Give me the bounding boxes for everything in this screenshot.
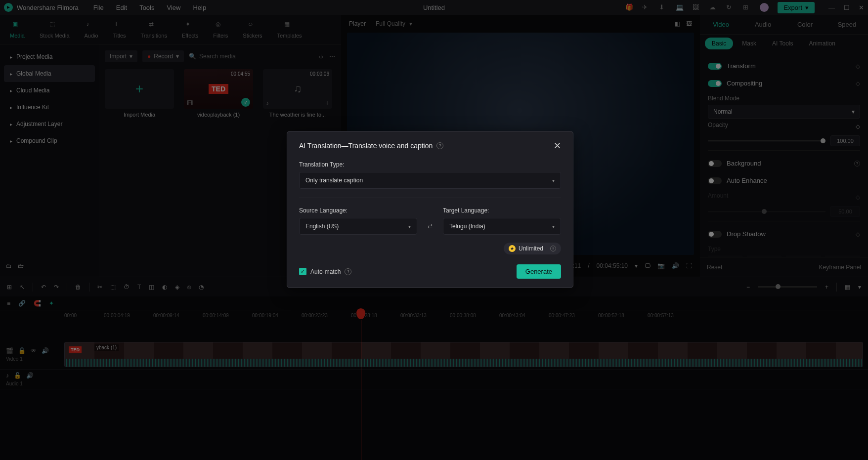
grid-view-icon[interactable]: ▦ xyxy=(845,284,850,291)
tab-color[interactable]: Color xyxy=(784,16,826,33)
display-icon[interactable]: 🖵 xyxy=(645,262,651,269)
apps-icon[interactable]: ⊞ xyxy=(743,3,751,11)
translation-type-select[interactable]: Only translate caption▾ xyxy=(299,172,561,189)
swap-languages-icon[interactable]: ⇄ xyxy=(423,219,437,233)
video-clip[interactable]: TED yback (1) xyxy=(64,342,863,367)
minimize-icon[interactable]: — xyxy=(828,4,835,11)
media-item-video[interactable]: TED 00:04:55 🎞 ✓ videoplayback (1) xyxy=(184,69,253,118)
prop-auto-enhance[interactable]: Auto Enhance xyxy=(708,172,860,189)
close-icon[interactable]: ✕ xyxy=(554,140,561,151)
keyframe-icon[interactable]: ◇ xyxy=(856,123,860,130)
sidebar-compound-clip[interactable]: ▸Compound Clip xyxy=(4,132,95,149)
menu-tools[interactable]: Tools xyxy=(139,4,154,11)
add-icon[interactable]: + xyxy=(325,99,329,107)
download-icon[interactable]: ⬇ xyxy=(659,3,667,11)
search-input[interactable] xyxy=(199,53,249,60)
link-icon[interactable]: 🔗 xyxy=(18,300,26,307)
menu-edit[interactable]: Edit xyxy=(116,4,127,11)
volume-icon[interactable]: 🔊 xyxy=(672,262,679,269)
auto-enhance-toggle[interactable] xyxy=(708,177,722,184)
media-item-audio[interactable]: ♫ 00:00:06 ♪ + The weather is fine to... xyxy=(263,69,332,118)
menu-help[interactable]: Help xyxy=(193,4,206,11)
mute-icon[interactable]: 🔊 xyxy=(26,372,34,379)
lock-icon[interactable]: 🔓 xyxy=(14,372,21,379)
snapshot-mode-icon[interactable]: 🖼 xyxy=(686,20,692,27)
tab-transitions[interactable]: ⇄Transitions xyxy=(141,21,167,39)
menu-view[interactable]: View xyxy=(167,4,180,11)
import-button[interactable]: Import▾ xyxy=(105,50,137,62)
tab-video[interactable]: Video xyxy=(700,16,742,33)
zoom-in-icon[interactable]: + xyxy=(825,284,828,291)
text-icon[interactable]: T xyxy=(137,284,141,291)
align-icon[interactable]: ≡ xyxy=(7,300,10,307)
menu-file[interactable]: File xyxy=(93,4,104,11)
gift-icon[interactable]: 🎁 xyxy=(625,3,633,11)
export-button[interactable]: Export▾ xyxy=(778,2,815,13)
help-icon[interactable]: ? xyxy=(854,161,860,167)
detach-icon[interactable]: ⎋ xyxy=(187,284,191,291)
cloud-icon[interactable]: ☁ xyxy=(709,3,717,11)
drop-shadow-toggle[interactable] xyxy=(708,231,722,238)
prop-transform[interactable]: Transform◇ xyxy=(708,57,860,75)
zoom-out-icon[interactable]: − xyxy=(746,284,750,291)
mute-icon[interactable]: 🔊 xyxy=(42,347,49,354)
subtab-animation[interactable]: Animation xyxy=(802,38,842,49)
keyframe-icon[interactable]: ◇ xyxy=(856,63,860,70)
subtab-ai-tools[interactable]: AI Tools xyxy=(765,38,800,49)
crop-icon[interactable]: ⬚ xyxy=(110,284,116,291)
zoom-slider[interactable] xyxy=(758,286,817,288)
record-button[interactable]: ●Record▾ xyxy=(142,50,184,62)
sidebar-project-media[interactable]: ▸Project Media xyxy=(4,48,95,65)
opacity-slider[interactable] xyxy=(708,140,825,142)
keyframe-tool-icon[interactable]: ◈ xyxy=(175,284,179,291)
compare-icon[interactable]: ◧ xyxy=(675,20,680,27)
help-icon[interactable]: ? xyxy=(345,268,351,275)
target-language-select[interactable]: Telugu (India)▾ xyxy=(443,218,561,235)
laptop-icon[interactable]: 💻 xyxy=(676,3,684,11)
keyframe-panel-button[interactable]: Keyframe Panel xyxy=(819,264,861,271)
sidebar-cloud-media[interactable]: ▸Cloud Media xyxy=(4,82,95,99)
tab-speed[interactable]: Speed xyxy=(826,16,868,33)
reset-button[interactable]: Reset xyxy=(707,264,722,271)
send-icon[interactable]: ✈ xyxy=(642,3,650,11)
camera-icon[interactable]: 📷 xyxy=(657,262,665,269)
tab-effects[interactable]: ✦Effects xyxy=(182,21,198,39)
redo-icon[interactable]: ↷ xyxy=(54,284,59,291)
image-icon[interactable]: 🖼 xyxy=(693,3,700,11)
visibility-icon[interactable]: 👁 xyxy=(31,347,37,354)
timeline-ruler[interactable]: 00:00 00:00:04:19 00:00:09:14 00:00:14:0… xyxy=(0,310,868,320)
playback-menu-icon[interactable]: ▾ xyxy=(635,262,638,269)
prop-compositing[interactable]: Compositing◇ xyxy=(708,75,860,92)
opacity-value[interactable]: 100.00 xyxy=(830,135,860,146)
crop-tool-icon[interactable]: ◫ xyxy=(149,284,154,291)
speed-icon[interactable]: ⏱ xyxy=(124,284,130,291)
marker-icon[interactable]: ◔ xyxy=(199,284,204,291)
delete-icon[interactable]: 🗑 xyxy=(75,284,81,291)
new-folder-icon[interactable]: 🗁 xyxy=(18,262,24,269)
generate-button[interactable]: Generate xyxy=(517,264,561,279)
tab-audio[interactable]: ♪Audio xyxy=(85,21,98,39)
help-icon[interactable]: ? xyxy=(550,246,556,251)
prop-drop-shadow[interactable]: Drop Shadow◇ xyxy=(708,225,860,243)
tab-titles[interactable]: TTitles xyxy=(113,21,126,39)
subtab-basic[interactable]: Basic xyxy=(705,38,733,49)
folder-icon[interactable]: 🗀 xyxy=(6,262,12,269)
more-icon[interactable]: ⋯ xyxy=(329,53,335,60)
sidebar-influence-kit[interactable]: ▸Influence Kit xyxy=(4,99,95,116)
compositing-toggle[interactable] xyxy=(708,80,722,87)
transform-toggle[interactable] xyxy=(708,63,722,70)
snap-icon[interactable]: ✦ xyxy=(49,300,54,307)
sidebar-adjustment-layer[interactable]: ▸Adjustment Layer xyxy=(4,116,95,132)
tab-filters[interactable]: ◎Filters xyxy=(213,21,228,39)
quality-dropdown[interactable]: Full Quality▾ xyxy=(376,20,412,27)
tab-stock-media[interactable]: ⬚Stock Media xyxy=(40,21,70,39)
pointer-icon[interactable]: ↖ xyxy=(20,284,25,291)
magnet-icon[interactable]: 🧲 xyxy=(34,300,41,307)
subtab-mask[interactable]: Mask xyxy=(735,38,763,49)
sidebar-global-media[interactable]: ▸Global Media xyxy=(4,65,95,82)
layout-icon[interactable]: ⊞ xyxy=(7,284,12,291)
color-icon[interactable]: ◐ xyxy=(162,284,167,291)
search-media[interactable]: 🔍 xyxy=(189,53,313,60)
background-toggle[interactable] xyxy=(708,160,722,167)
refresh-icon[interactable]: ↻ xyxy=(726,3,734,11)
